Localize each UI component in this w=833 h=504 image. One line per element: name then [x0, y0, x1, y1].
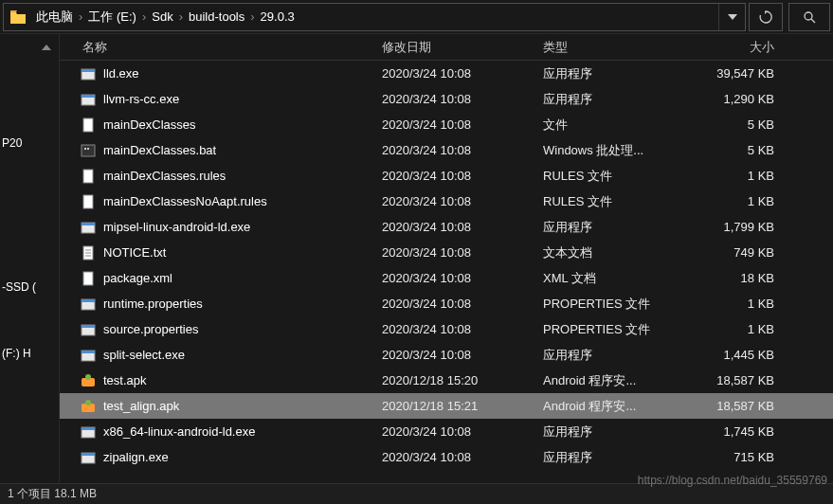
file-type: 应用程序 — [543, 219, 695, 236]
file-date: 2020/3/24 10:08 — [382, 322, 543, 336]
file-icon — [79, 193, 98, 210]
nav-item[interactable]: -SSD ( — [0, 277, 59, 297]
file-type: 应用程序 — [543, 65, 695, 82]
file-size: 18 KB — [695, 271, 789, 285]
file-type: RULES 文件 — [543, 193, 695, 210]
file-row[interactable]: test_align.apk2020/12/18 15:21Android 程序… — [60, 393, 833, 419]
file-row[interactable]: source.properties2020/3/24 10:08PROPERTI… — [60, 316, 833, 342]
file-row[interactable]: split-select.exe2020/3/24 10:08应用程序1,445… — [60, 342, 833, 368]
file-name: NOTICE.txt — [103, 245, 382, 260]
svg-rect-22 — [81, 325, 95, 328]
file-type: 文件 — [543, 117, 695, 134]
file-icon — [79, 117, 98, 134]
file-name: x86_64-linux-android-ld.exe — [103, 424, 382, 439]
file-row[interactable]: mainDexClasses.rules2020/3/24 10:08RULES… — [60, 163, 833, 189]
file-type: 应用程序 — [543, 91, 695, 108]
file-size: 715 KB — [695, 450, 789, 464]
header-name[interactable]: 名称 — [79, 39, 382, 56]
file-size: 5 KB — [695, 117, 789, 132]
file-icon — [79, 270, 98, 287]
file-icon — [79, 321, 98, 338]
file-row[interactable]: mainDexClasses.bat2020/3/24 10:08Windows… — [60, 137, 833, 163]
svg-point-8 — [84, 148, 86, 150]
file-size: 749 KB — [695, 245, 789, 260]
file-row[interactable]: x86_64-linux-android-ld.exe2020/3/24 10:… — [60, 419, 833, 444]
file-size: 1,445 KB — [695, 348, 789, 362]
svg-rect-3 — [81, 69, 95, 72]
header-type[interactable]: 类型 — [543, 39, 695, 56]
svg-rect-30 — [81, 427, 95, 430]
svg-rect-10 — [83, 170, 93, 183]
status-text: 1 个项目 18.1 MB — [8, 486, 97, 502]
file-row[interactable]: test.apk2020/12/18 15:20Android 程序安...18… — [60, 368, 833, 393]
file-name: lld.exe — [103, 66, 382, 81]
header-size[interactable]: 大小 — [695, 39, 789, 56]
svg-rect-13 — [81, 223, 95, 225]
file-icon — [79, 372, 98, 389]
file-name: mainDexClasses.rules — [103, 169, 382, 183]
nav-collapse-icon[interactable] — [0, 34, 59, 61]
file-date: 2020/3/24 10:08 — [382, 245, 543, 260]
file-size: 5 KB — [695, 143, 789, 157]
svg-point-28 — [85, 400, 91, 405]
file-row[interactable]: mainDexClassesNoAapt.rules2020/3/24 10:0… — [60, 189, 833, 214]
file-row[interactable]: mipsel-linux-android-ld.exe2020/3/24 10:… — [60, 214, 833, 240]
file-size: 18,587 KB — [695, 373, 789, 387]
file-icon — [79, 168, 98, 185]
file-date: 2020/3/24 10:08 — [382, 194, 543, 208]
nav-item[interactable]: P20 — [0, 133, 59, 153]
header-date[interactable]: 修改日期 — [382, 39, 543, 56]
file-row[interactable]: package.xml2020/3/24 10:08XML 文档18 KB — [60, 265, 833, 291]
file-name: package.xml — [103, 271, 382, 285]
file-date: 2020/3/24 10:08 — [382, 297, 543, 311]
file-row[interactable]: lld.exe2020/3/24 10:08应用程序39,547 KB — [60, 61, 833, 86]
file-date: 2020/3/24 10:08 — [382, 450, 543, 464]
breadcrumb-item[interactable]: Sdk — [148, 9, 176, 24]
breadcrumb-item[interactable]: build-tools — [185, 9, 248, 24]
file-row[interactable]: runtime.properties2020/3/24 10:08PROPERT… — [60, 291, 833, 316]
file-date: 2020/3/24 10:08 — [382, 143, 543, 157]
breadcrumb-dropdown[interactable] — [718, 4, 745, 30]
file-type: 应用程序 — [543, 449, 695, 466]
folder-icon — [9, 9, 27, 26]
svg-point-26 — [85, 374, 91, 380]
file-name: source.properties — [103, 322, 382, 336]
file-size: 1 KB — [695, 297, 789, 311]
file-icon — [79, 398, 98, 415]
file-row[interactable]: zipalign.exe2020/3/24 10:08应用程序715 KB — [60, 444, 833, 470]
search-box[interactable] — [788, 3, 830, 31]
file-type: Android 程序安... — [543, 398, 695, 415]
file-type: PROPERTIES 文件 — [543, 296, 695, 313]
file-type: RULES 文件 — [543, 168, 695, 185]
nav-item[interactable]: (F:) H — [0, 343, 59, 364]
nav-pane[interactable]: P20-SSD ((F:) H — [0, 34, 60, 483]
column-headers[interactable]: 名称 修改日期 类型 大小 — [60, 34, 833, 61]
refresh-button[interactable] — [749, 3, 783, 31]
file-name: test.apk — [103, 373, 382, 387]
file-row[interactable]: NOTICE.txt2020/3/24 10:08文本文档749 KB — [60, 240, 833, 265]
file-icon — [79, 219, 98, 236]
file-size: 1 KB — [695, 169, 789, 183]
file-icon — [79, 142, 98, 159]
svg-rect-18 — [83, 272, 93, 285]
file-name: mipsel-linux-android-ld.exe — [103, 220, 382, 234]
file-name: test_align.apk — [103, 399, 382, 413]
svg-rect-11 — [83, 195, 93, 208]
file-icon — [79, 91, 98, 108]
breadcrumb-box[interactable]: 此电脑›工作 (E:)›Sdk›build-tools›29.0.3 — [3, 3, 746, 31]
file-row[interactable]: llvm-rs-cc.exe2020/3/24 10:08应用程序1,290 K… — [60, 86, 833, 112]
file-icon — [79, 65, 98, 82]
breadcrumb-item[interactable]: 此电脑 — [32, 9, 77, 24]
file-type: 应用程序 — [543, 423, 695, 441]
chevron-right-icon: › — [248, 9, 256, 24]
file-type: PROPERTIES 文件 — [543, 321, 695, 338]
file-list[interactable]: lld.exe2020/3/24 10:08应用程序39,547 KBllvm-… — [60, 61, 833, 483]
file-row[interactable]: mainDexClasses2020/3/24 10:08文件5 KB — [60, 112, 833, 137]
address-bar: 此电脑›工作 (E:)›Sdk›build-tools›29.0.3 — [0, 0, 833, 34]
breadcrumb-item[interactable]: 工作 (E:) — [84, 9, 140, 24]
file-date: 2020/3/24 10:08 — [382, 220, 543, 234]
svg-rect-32 — [81, 453, 95, 456]
breadcrumb-item[interactable]: 29.0.3 — [257, 9, 299, 24]
file-type: 应用程序 — [543, 347, 695, 364]
file-size: 1,745 KB — [695, 424, 789, 439]
